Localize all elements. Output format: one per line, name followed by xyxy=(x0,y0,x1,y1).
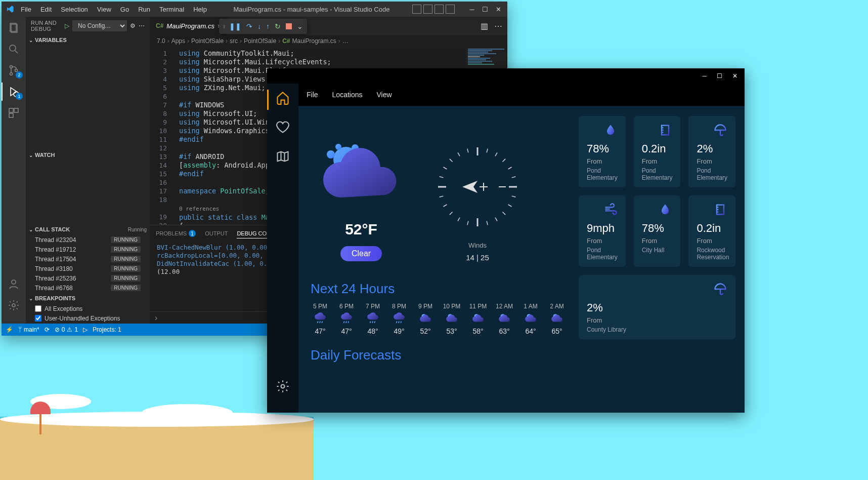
maximize-button[interactable]: ☐ xyxy=(480,6,490,13)
svg-line-18 xyxy=(487,149,488,153)
menu-locations[interactable]: Locations xyxy=(332,91,363,99)
watch-section[interactable]: ⌄WATCH xyxy=(26,149,150,161)
search-icon[interactable] xyxy=(7,42,21,56)
source-control-icon[interactable]: 2 xyxy=(7,63,21,77)
minimize-button[interactable]: ─ xyxy=(702,72,707,80)
restart-icon[interactable]: ↻ xyxy=(275,22,281,30)
weather-icon xyxy=(471,312,485,325)
tab-bar: C# MauiProgram.cs × ▥ ⋯ xyxy=(150,17,507,35)
breakpoint-label: User-Unhandled Exceptions xyxy=(45,315,120,322)
thread-row[interactable]: Thread #3180RUNNING xyxy=(26,264,150,273)
weather-title-bar[interactable]: ─ ☐ ✕ xyxy=(267,68,745,84)
all-exceptions-checkbox[interactable] xyxy=(35,305,41,312)
weather-stat-card[interactable]: 0.2in From Pond Elementary xyxy=(634,116,681,187)
output-tab[interactable]: OUTPUT xyxy=(205,230,228,236)
more-actions-icon[interactable]: ⋯ xyxy=(494,21,502,31)
user-unhandled-checkbox[interactable] xyxy=(35,315,41,322)
run-debug-icon[interactable]: 1 xyxy=(7,85,21,99)
problems-indicator[interactable]: ⊘ 0 ⚠ 1 xyxy=(55,326,78,333)
debug-start-indicator[interactable]: ▷ xyxy=(83,326,88,333)
svg-point-3 xyxy=(10,66,13,68)
thread-row[interactable]: Thread #25236RUNNING xyxy=(26,273,150,283)
remote-indicator[interactable]: ⚡ xyxy=(6,326,13,333)
settings-icon[interactable] xyxy=(7,298,21,312)
weather-icon xyxy=(393,312,406,325)
menu-view[interactable]: View xyxy=(377,91,392,99)
layout-icon[interactable] xyxy=(423,5,432,14)
account-icon[interactable] xyxy=(7,277,21,291)
weather-stat-card[interactable]: 78% From Pond Elementary xyxy=(579,116,626,187)
breadcrumb[interactable]: 7.0› Apps› PointOfSale› src› PointOfSale… xyxy=(150,35,507,47)
menu-run[interactable]: Run xyxy=(134,4,154,15)
thread-row[interactable]: Thread #17504RUNNING xyxy=(26,254,150,264)
card-location: City Hall xyxy=(642,247,673,254)
svg-line-21 xyxy=(508,167,512,169)
pause-icon[interactable]: ❚❚ xyxy=(229,22,241,30)
hour-forecast: 7 PM48° xyxy=(363,303,382,335)
wind-icon xyxy=(603,203,618,217)
menu-help[interactable]: Help xyxy=(189,4,211,15)
menu-go[interactable]: Go xyxy=(116,4,133,15)
editor-tab[interactable]: C# MauiProgram.cs × xyxy=(150,17,228,35)
dropdown-icon[interactable]: ⌄ xyxy=(297,22,303,30)
weather-icon xyxy=(498,312,511,325)
menu-selection[interactable]: Selection xyxy=(57,4,92,15)
card-value: 78% xyxy=(587,142,618,155)
breakpoints-section[interactable]: ⌄BREAKPOINTS xyxy=(26,293,150,304)
hour-forecast: 8 PM49° xyxy=(389,303,409,335)
settings-icon[interactable] xyxy=(275,378,291,394)
thread-row[interactable]: Thread #23204RUNNING xyxy=(26,235,150,245)
weather-stat-card[interactable]: 2% From County Library xyxy=(579,275,735,339)
more-icon[interactable]: ⋯ xyxy=(139,22,145,29)
extensions-icon[interactable] xyxy=(7,106,21,120)
split-editor-icon[interactable]: ▥ xyxy=(481,21,488,31)
svg-line-19 xyxy=(495,152,497,156)
variables-section[interactable]: ⌄VARIABLES xyxy=(26,34,150,46)
callstack-section[interactable]: ⌄CALL STACKRunning xyxy=(26,224,150,235)
heart-icon[interactable] xyxy=(275,119,291,135)
condition-pill: Clear xyxy=(340,246,382,261)
maximize-button[interactable]: ☐ xyxy=(717,72,722,80)
card-from-label: From xyxy=(587,237,618,245)
menu-file[interactable]: File xyxy=(307,91,318,99)
layout-icon[interactable] xyxy=(412,5,421,14)
weather-stat-card[interactable]: 78% From City Hall xyxy=(634,195,681,267)
map-icon[interactable] xyxy=(275,148,291,165)
debug-toolbar[interactable]: ⁝⁝ ❚❚ ↷ ↓ ↑ ↻ ⌄ xyxy=(219,19,307,34)
menu-file[interactable]: File xyxy=(17,4,35,15)
menu-edit[interactable]: Edit xyxy=(36,4,56,15)
thread-row[interactable]: Thread #6768RUNNING xyxy=(26,283,150,293)
start-debug-icon[interactable]: ▷ xyxy=(65,22,69,29)
branch-indicator[interactable]: ᛘ main* xyxy=(18,326,39,333)
close-button[interactable]: ✕ xyxy=(493,6,503,13)
title-bar[interactable]: File Edit Selection View Go Run Terminal… xyxy=(2,2,507,17)
thread-row[interactable]: Thread #19712RUNNING xyxy=(26,245,150,254)
close-button[interactable]: ✕ xyxy=(732,72,737,80)
hour-forecast: 12 AM63° xyxy=(495,303,514,335)
projects-indicator[interactable]: Projects: 1 xyxy=(93,326,121,333)
explorer-icon[interactable] xyxy=(7,21,21,35)
layout-icon[interactable] xyxy=(435,5,444,14)
card-from-label: From xyxy=(697,157,727,165)
weather-stat-card[interactable]: 0.2in From Rockwood Reservation xyxy=(688,195,735,267)
menu-view[interactable]: View xyxy=(93,4,115,15)
sync-indicator[interactable]: ⟳ xyxy=(45,326,50,333)
svg-line-34 xyxy=(440,196,444,197)
home-icon[interactable] xyxy=(275,90,291,106)
svg-rect-7 xyxy=(9,108,13,112)
config-dropdown[interactable]: No Config… xyxy=(72,20,127,31)
minimize-button[interactable]: ─ xyxy=(467,6,477,13)
layout-icon[interactable] xyxy=(446,5,455,14)
weather-stat-card[interactable]: 2% From Pond Elementary xyxy=(688,116,735,187)
weather-stat-card[interactable]: 9mph From Pond Elementary xyxy=(579,195,626,267)
stop-icon[interactable] xyxy=(286,23,292,29)
hour-forecast: 1 AM64° xyxy=(521,303,540,335)
current-temp: 52°F xyxy=(345,221,377,238)
problems-tab[interactable]: PROBLEMS1 xyxy=(156,230,196,237)
menu-terminal[interactable]: Terminal xyxy=(155,4,188,15)
gear-icon[interactable]: ⚙ xyxy=(130,22,136,29)
drag-handle-icon[interactable]: ⁝⁝ xyxy=(223,24,224,29)
step-out-icon[interactable]: ↑ xyxy=(266,22,270,30)
step-over-icon[interactable]: ↷ xyxy=(246,22,252,30)
step-into-icon[interactable]: ↓ xyxy=(257,22,261,30)
